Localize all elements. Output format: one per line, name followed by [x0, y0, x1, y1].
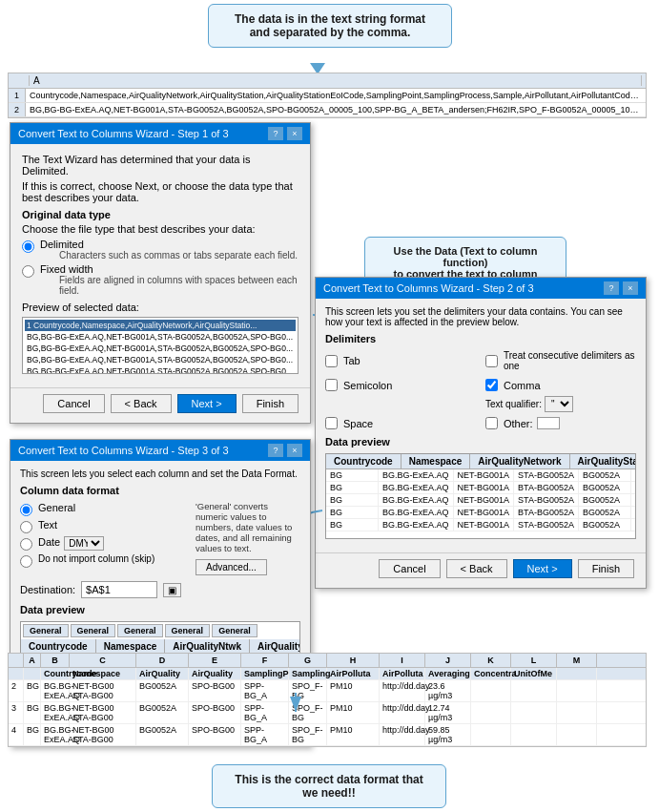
excel-bottom-row-4: 4 BG BG.BG-ExEA.AQ NET-BG00 STA-BG00 BG0…: [9, 724, 646, 746]
checkbox-other[interactable]: [485, 417, 498, 429]
dialog2-back-btn[interactable]: < Back: [446, 559, 507, 578]
other-input[interactable]: [537, 417, 560, 429]
excel-top-strip: A 1 Countrycode,Namespace,AirQualityNetw…: [8, 73, 647, 118]
excel-bottom-header: A B C D E F G H I J K L M: [9, 654, 646, 668]
dialog3-text-row[interactable]: Text: [20, 519, 154, 533]
dialog2-cancel-btn[interactable]: Cancel: [379, 559, 440, 578]
dialog3-description: This screen lets you select each column …: [20, 468, 300, 479]
dialog2-space-row[interactable]: Space: [325, 417, 476, 429]
dialog1-cancel-btn[interactable]: Cancel: [43, 394, 104, 413]
radio-text[interactable]: [20, 521, 32, 533]
qualifier-select[interactable]: ": [545, 396, 573, 412]
radio-fixed[interactable]: [22, 265, 34, 278]
radio-delimited[interactable]: [22, 240, 34, 253]
excel-col-header: A: [9, 73, 646, 89]
semicolon-label: Semicolon: [343, 380, 392, 391]
dialog1-title: Convert Text to Columns Wizard - Step 1 …: [18, 128, 229, 139]
bottom-callout: This is the correct data format that we …: [212, 764, 446, 808]
radio-date[interactable]: [20, 538, 32, 551]
radio-delimited-label: Delimited: [40, 239, 298, 250]
radio-skip[interactable]: [20, 555, 32, 568]
radio-fixed-desc: Fields are aligned in columns with space…: [59, 275, 299, 296]
dialog1-help-btn[interactable]: ?: [268, 127, 283, 140]
destination-input[interactable]: [81, 581, 157, 598]
checkbox-comma[interactable]: [485, 379, 498, 391]
right-callout-text: Use the Data (Text to column function) t…: [394, 245, 538, 280]
dialog2-preview-row-1: BGBG.BG-ExEA.AQNET-BG001ASTA-BG0052ABG00…: [326, 469, 635, 482]
checkbox-tab[interactable]: [325, 355, 338, 367]
dialog1-body: The Text Wizard has determined that your…: [10, 144, 310, 387]
radio-delimited-desc: Characters such as commas or tabs separa…: [59, 250, 298, 260]
dialog1-next-btn[interactable]: Next >: [177, 394, 237, 413]
dialog3-general-row[interactable]: General: [20, 502, 154, 516]
dialog3-win-btns[interactable]: ? ×: [268, 444, 302, 457]
dialog1-preview-box: 1 Countrycode,Namespace,AirQualityNetwor…: [22, 317, 299, 374]
excel-bottom-row-2: 2 BG BG.BG-ExEA.AQ NET-BG00 STA-BG00 BG0…: [9, 680, 646, 702]
dialog2-preview-box: Countrycode Namespace AirQualityNetwork …: [325, 453, 636, 539]
dialog2-preview-label: Data preview: [325, 436, 636, 448]
dialog2-next-btn[interactable]: Next >: [513, 559, 572, 578]
dialog1-description: The Text Wizard has determined that your…: [22, 154, 299, 177]
dialog1-datatype-label: Original data type: [22, 209, 299, 220]
dialog3-col-fmt-headers: General General General General General: [21, 622, 299, 639]
dialog3-close-btn[interactable]: ×: [287, 444, 302, 457]
dialog1-titlebar: Convert Text to Columns Wizard - Step 1 …: [10, 123, 310, 144]
dialog2-preview-row-5: BGBG.BG-ExEA.AQNET-BG001ASTA-BG0052ABG00…: [326, 519, 635, 531]
dialog3-dest-row: Destination: ▣: [20, 581, 300, 598]
checkbox-semicolon[interactable]: [325, 379, 338, 391]
dialog2-footer: Cancel < Back Next > Finish: [316, 552, 646, 588]
dialog3-date-row[interactable]: Date DMY: [20, 536, 154, 551]
radio-general[interactable]: [20, 504, 32, 516]
bottom-callout-text: This is the correct data format that we …: [235, 773, 422, 800]
dialog1-fixed-row[interactable]: Fixed width Fields are aligned in column…: [22, 263, 299, 296]
space-label: Space: [343, 418, 373, 429]
checkbox-space[interactable]: [325, 417, 338, 429]
dialog1-finish-btn[interactable]: Finish: [242, 394, 299, 413]
dialog2-description: This screen lets you set the delimiters …: [325, 306, 636, 327]
dialog2-close-btn[interactable]: ×: [623, 281, 638, 295]
dialog1-radio-group: Delimited Characters such as commas or t…: [22, 239, 299, 296]
dialog2-tab-row[interactable]: Tab: [325, 350, 476, 371]
dialog2-finish-btn[interactable]: Finish: [578, 559, 634, 578]
dialog2-preview-row-3: BGBG.BG-ExEA.AQNET-BG001ASTA-BG0052ABG00…: [326, 494, 635, 507]
dialog1-footer: Cancel < Back Next > Finish: [10, 387, 310, 423]
dialog1: Convert Text to Columns Wizard - Step 1 …: [10, 122, 311, 424]
qualifier-label: Text qualifier:: [485, 399, 542, 409]
excel-bottom-table: A B C D E F G H I J K L M Countrycode Na…: [8, 653, 647, 747]
top-callout-text: The data is in the text string format an…: [235, 12, 425, 39]
date-select[interactable]: DMY: [64, 536, 104, 551]
dialog1-delimited-row[interactable]: Delimited Characters such as commas or t…: [22, 239, 299, 260]
dialog2-help-btn[interactable]: ?: [604, 281, 619, 295]
dialog3-preview-label: Data preview: [20, 604, 300, 615]
destination-pick-btn[interactable]: ▣: [163, 583, 181, 597]
dialog2-other-row[interactable]: Other:: [485, 417, 636, 429]
dialog2-preview-header: Countrycode Namespace AirQualityNetwork …: [326, 454, 635, 469]
destination-label: Destination:: [20, 584, 75, 595]
dialog2-preview-row-2: BGBG.BG-ExEA.AQNET-BG001ABTA-BG0052ABG00…: [326, 482, 635, 494]
treat-label: Treat consecutive delimiters as one: [504, 350, 636, 371]
dialog2-body: This screen lets you set the delimiters …: [316, 299, 646, 552]
dialog2-win-btns[interactable]: ? ×: [604, 281, 638, 295]
excel-row-1: 1 Countrycode,Namespace,AirQualityNetwor…: [9, 89, 646, 103]
dialog2-semicolon-row[interactable]: Semicolon: [325, 379, 476, 391]
radio-fixed-label: Fixed width: [40, 263, 299, 275]
dialog1-close-btn[interactable]: ×: [287, 127, 302, 140]
dialog1-back-btn[interactable]: < Back: [111, 394, 172, 413]
dialog3-titlebar: Convert Text to Columns Wizard - Step 3 …: [10, 440, 310, 461]
dialog2-comma-row[interactable]: Comma: [485, 379, 636, 391]
dialog2-title: Convert Text to Columns Wizard - Step 2 …: [323, 282, 534, 294]
dialog2-treat-row[interactable]: Treat consecutive delimiters as one: [485, 350, 636, 371]
checkbox-treat[interactable]: [485, 355, 498, 367]
dialog3-advanced-btn[interactable]: Advanced...: [196, 559, 267, 575]
dialog3-help-btn[interactable]: ?: [268, 444, 283, 457]
comma-label: Comma: [504, 380, 541, 391]
dialog3-skip-row[interactable]: Do not import column (skip): [20, 553, 154, 568]
dialog1-win-btns[interactable]: ? ×: [268, 127, 302, 140]
date-label: Date: [38, 536, 60, 548]
excel-bottom-col-headers: Countrycode Namespace AirQuality AirQual…: [9, 668, 646, 680]
dialog1-choose-label: Choose the file type that best describes…: [22, 223, 299, 235]
dialog2-preview-row-4: BGBG.BG-ExEA.AQNET-BG001ABTA-BG0052ABG00…: [326, 507, 635, 519]
dialog3-general-desc: 'General' converts numeric values to num…: [196, 501, 300, 553]
dialog1-preview-label: Preview of selected data:: [22, 302, 299, 313]
dialog3-title: Convert Text to Columns Wizard - Step 3 …: [18, 445, 229, 456]
